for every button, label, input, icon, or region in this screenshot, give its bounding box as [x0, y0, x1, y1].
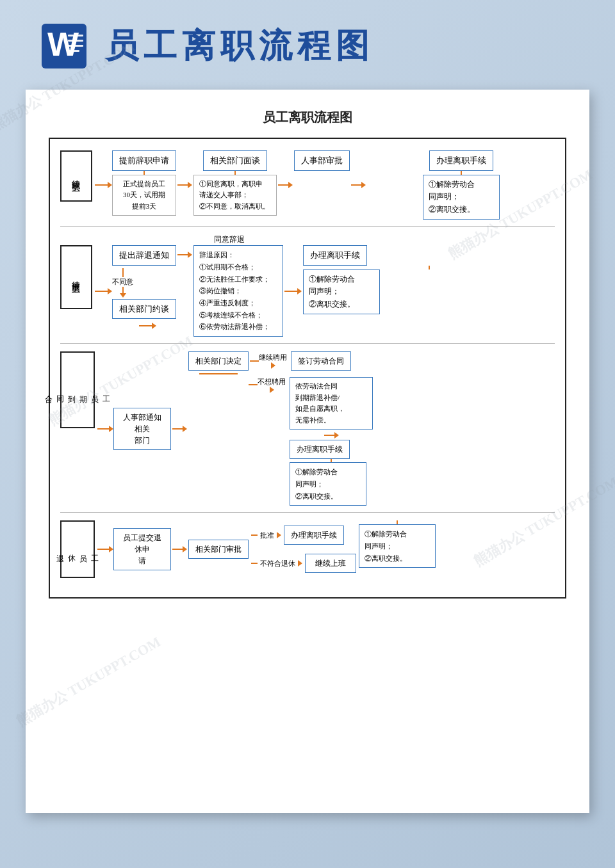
note-3-right: ①解除劳动合同声明；②离职交接。	[290, 462, 366, 506]
note-3-bottom: 依劳动法合同到期辞退补偿/如是自愿离职，无需补偿。	[290, 377, 373, 430]
note-1-2: ①同意离职，离职申请递交人事部；②不同意，取消离职。	[193, 175, 277, 216]
svg-rect-3	[68, 40, 83, 42]
label-approved: 批准	[260, 531, 274, 540]
svg-text:W: W	[47, 26, 79, 63]
note-1-1: 正式提前员工30天，试用期提前3天	[112, 175, 176, 216]
note-2-right: ①解除劳动合同声明；②离职交接。	[303, 269, 380, 315]
section-3: 合同到期员工 人事部通知相关部门	[60, 351, 555, 506]
page-title: 员工离职流程图	[105, 24, 374, 68]
header: W 员工离职流程图	[0, 0, 615, 78]
label-disagree: 不同意	[112, 277, 133, 287]
role-box-3: 合同到期员工	[60, 351, 95, 428]
step-3-1: 人事部通知相关部门	[113, 408, 171, 450]
label-not-qualified: 不符合退休	[260, 559, 295, 568]
step-2-2: 办理离职手续	[303, 245, 367, 266]
flow-container: 待辞职员工 提前辞职申请 正式提前员工	[49, 138, 566, 599]
step-4-top: 办理离职手续	[284, 526, 344, 545]
step-4-2: 相关部门审批	[188, 540, 249, 559]
label-agree-resign: 同意辞退	[214, 234, 245, 245]
step-4-bottom: 继续上班	[305, 554, 356, 573]
step-2-branch: 相关部门约谈	[112, 299, 176, 319]
section-2: 同意辞退 待辞退员工 提出辞退通知	[60, 234, 555, 337]
label-no-hire: 不想聘用	[258, 377, 286, 387]
step-3-2: 相关部门决定	[188, 351, 249, 371]
note-2-middle: 辞退原因： ①试用期不合格； ②无法胜任工作要求； ③岗位撤销； ④严重违反制度…	[193, 245, 283, 337]
step-3-bottom: 办理离职手续	[290, 440, 350, 459]
step-1-1: 提前辞职申请	[112, 150, 176, 171]
step-3-top: 签订劳动合同	[291, 351, 351, 371]
document-area: 员工离职流程图 待辞职员工 提前辞职	[26, 90, 589, 813]
label-continue: 继续聘用	[259, 353, 287, 362]
note-1-3: ①解除劳动合同声明；②离职交接。	[423, 175, 500, 220]
role-box-2: 待辞退员工	[60, 245, 92, 309]
word-logo-icon: W	[38, 20, 90, 72]
step-4-1: 员工提交退休申请	[113, 528, 171, 570]
role-box-1: 待辞职员工	[60, 150, 92, 202]
svg-rect-4	[68, 45, 83, 47]
note-4-right: ①解除劳动合同声明；②离职交接。	[359, 524, 436, 568]
section-4: 退休员工 员工提交退休申请	[60, 520, 555, 578]
svg-rect-2	[68, 35, 83, 36]
step-1-2: 相关部门面谈	[203, 150, 267, 171]
section-1: 待辞职员工 提前辞职申请 正式提前员工	[60, 150, 555, 220]
step-1-3: 人事部审批	[294, 150, 350, 171]
step-2-1: 提出辞退通知	[112, 245, 176, 266]
step-1-4: 办理离职手续	[429, 150, 493, 171]
role-box-4: 退休员工	[60, 520, 95, 578]
svg-rect-5	[68, 50, 79, 52]
doc-title: 员工离职流程图	[49, 109, 566, 126]
